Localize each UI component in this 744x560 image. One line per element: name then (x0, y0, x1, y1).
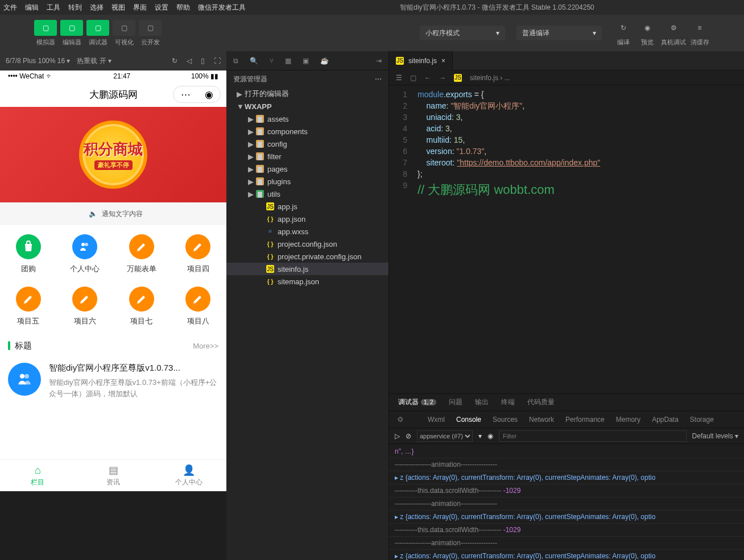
grid-万能表单[interactable]: 万能表单 (113, 234, 170, 274)
filter-input[interactable] (499, 430, 687, 442)
expand-icon[interactable]: ⛶ (214, 57, 221, 65)
hot-reload[interactable]: 热重载 开 ▾ (77, 56, 111, 66)
devtab-Performance[interactable]: Performance (565, 416, 605, 424)
close-icon[interactable]: × (441, 57, 445, 65)
tab-资讯[interactable]: ▤资讯 (76, 460, 151, 491)
menu-view[interactable]: 视图 (111, 3, 125, 13)
grid-项目七[interactable]: 项目七 (113, 287, 170, 326)
toolbar-调试器[interactable]: ▢ 调试器 (86, 20, 109, 47)
menu-goto[interactable]: 转到 (68, 3, 82, 13)
more-link[interactable]: More>> (193, 342, 218, 350)
files-icon[interactable]: ⧉ (233, 57, 238, 65)
refresh-icon[interactable]: ↻ (172, 57, 177, 65)
toolbar-真机调试[interactable]: ⚙真机调试 (661, 20, 686, 47)
devtab-Sources[interactable]: Sources (493, 416, 518, 424)
tree-config[interactable]: ▶▇ config (226, 138, 388, 150)
toolbar-可视化[interactable]: ▢ 可视化 (113, 20, 135, 47)
bookmark-icon[interactable]: ▢ (410, 74, 416, 82)
panel-tab-代码质量[interactable]: 代码质量 (527, 397, 555, 407)
mode-select[interactable]: 小程序模式▾ (420, 26, 505, 40)
tab-栏目[interactable]: ⌂栏目 (0, 460, 76, 491)
grid-项目八[interactable]: 项目八 (170, 287, 227, 326)
clear-icon[interactable]: ▷ (395, 432, 400, 440)
tree-pages[interactable]: ▶▇ pages (226, 163, 388, 175)
panel-tab-终端[interactable]: 终端 (501, 397, 515, 407)
search-icon[interactable]: 🔍 (250, 57, 258, 65)
toolbar-模拟器[interactable]: ▢ 模拟器 (34, 20, 57, 47)
back-icon[interactable]: ◁ (187, 57, 192, 65)
js-file-icon: JS (454, 74, 462, 82)
grid-个人中心[interactable]: 个人中心 (57, 234, 114, 274)
teapot-icon[interactable]: ☕ (320, 57, 329, 65)
grid-项目五[interactable]: 项目五 (0, 287, 57, 326)
list-icon[interactable]: ☰ (396, 74, 402, 82)
explorer-title: 资源管理器 (233, 74, 267, 84)
devtab-Memory[interactable]: Memory (616, 416, 640, 424)
inspect-icon[interactable]: ⯐ (397, 416, 404, 424)
editor-tab-siteinfo[interactable]: JS siteinfo.js × (389, 51, 453, 70)
grid-项目四[interactable]: 项目四 (170, 234, 227, 274)
back-nav-icon[interactable]: ← (424, 74, 431, 82)
tree-sitemap.json[interactable]: { } sitemap.json (226, 275, 388, 288)
devtab-AppData[interactable]: AppData (652, 416, 679, 424)
svg-point-1 (85, 243, 88, 246)
eye-icon[interactable]: ◉ (487, 432, 493, 440)
toolbar-预览[interactable]: ◉预览 (637, 20, 658, 47)
devtab-Wxml[interactable]: Wxml (428, 416, 445, 424)
toolbar-云开发[interactable]: ▢ 云开发 (139, 20, 162, 47)
menubar: 文件 编辑 工具 转到 选择 视图 界面 设置 帮助 微信开发者工具 智能diy… (0, 0, 744, 15)
tab-个人中心[interactable]: 👤个人中心 (151, 460, 226, 491)
menu-tool[interactable]: 工具 (47, 3, 60, 13)
capsule-menu-icon[interactable]: ⋯ (181, 89, 191, 101)
article-item[interactable]: 智能diy官网小程序至尊版v1.0.73... 智能diy官网小程序至尊版v1.… (0, 356, 226, 406)
device-select[interactable]: 6/7/8 Plus 100% 16 ▾ (6, 57, 70, 65)
grid-项目六[interactable]: 项目六 (57, 287, 114, 326)
toolbar-清缓存[interactable]: ≡清缓存 (689, 20, 710, 47)
tree-siteinfo.js[interactable]: JS siteinfo.js (226, 263, 388, 275)
tree-utils[interactable]: ▶▇ utils (226, 188, 388, 200)
grid-团购[interactable]: 团购 (0, 234, 57, 274)
console-line: ▸ z {actions: Array(0), currentTransform… (389, 550, 744, 560)
branch-icon[interactable]: ⑂ (270, 57, 274, 65)
fwd-nav-icon[interactable]: → (439, 74, 446, 82)
panel-tab-输出[interactable]: 输出 (475, 397, 489, 407)
tree-project.config.json[interactable]: { } project.config.json (226, 238, 388, 250)
toolbar-编译[interactable]: ↻编译 (613, 20, 634, 47)
banner[interactable]: 积分商城 豪礼享不停 (0, 107, 226, 202)
tree-filter[interactable]: ▶▇ filter (226, 150, 388, 163)
compile-select[interactable]: 普通编译▾ (516, 26, 602, 40)
levels-select[interactable]: Default levels ▾ (692, 432, 738, 440)
tree-plugins[interactable]: ▶▇ plugins (226, 175, 388, 188)
menu-settings[interactable]: 设置 (155, 3, 168, 13)
tree-project.private.config.json[interactable]: { } project.private.config.json (226, 250, 388, 263)
tree-app.js[interactable]: JS app.js (226, 200, 388, 213)
menu-devtool[interactable]: 微信开发者工具 (198, 3, 246, 13)
tree-assets[interactable]: ▶▇ assets (226, 113, 388, 125)
menu-edit[interactable]: 编辑 (25, 3, 39, 13)
panel-tab-调试器[interactable]: 调试器1, 2 (398, 397, 436, 407)
menu-ui[interactable]: 界面 (133, 3, 147, 13)
code-editor[interactable]: 123456789 module.exports = { name: "智能di… (389, 85, 744, 393)
menu-select[interactable]: 选择 (90, 3, 104, 13)
panel-tab-问题[interactable]: 问题 (449, 397, 462, 407)
stop-icon[interactable]: ⊘ (406, 432, 411, 440)
boxes-icon[interactable]: ▦ (285, 57, 291, 65)
menu-help[interactable]: 帮助 (176, 3, 190, 13)
tree-app.wxss[interactable]: ⌗ app.wxss (226, 225, 388, 238)
devtab-Storage[interactable]: Storage (690, 416, 714, 424)
devtab-Console[interactable]: Console (456, 416, 481, 424)
tree-app.json[interactable]: { } app.json (226, 213, 388, 225)
more-icon[interactable]: ⋯ (375, 75, 382, 83)
context-select[interactable]: appservice (#7) (417, 430, 473, 442)
window-icon[interactable]: ▣ (303, 57, 309, 65)
device-icon[interactable]: ▯ (201, 57, 205, 65)
breadcrumb[interactable]: siteinfo.js › ... (470, 74, 510, 82)
capsule-close-icon[interactable]: ◉ (205, 89, 213, 101)
toolbar-编辑器[interactable]: ▢ 编辑器 (60, 20, 83, 47)
collapse-icon[interactable]: ⇥ (376, 57, 382, 65)
tree-components[interactable]: ▶▇ components (226, 125, 388, 138)
menu-file[interactable]: 文件 (3, 3, 17, 13)
devtab-Network[interactable]: Network (529, 416, 554, 424)
tree-WXAPP[interactable]: ▼ WXAPP (226, 100, 388, 113)
tree-打开的编辑器[interactable]: ▶ 打开的编辑器 (226, 88, 388, 100)
